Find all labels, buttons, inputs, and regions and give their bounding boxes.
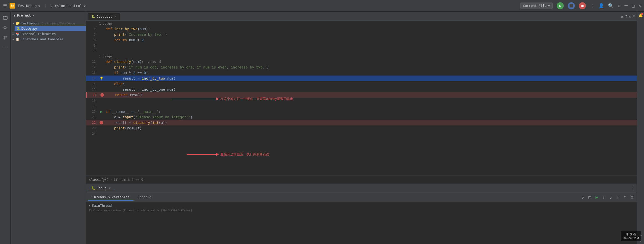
debug-subtab-console[interactable]: Console <box>134 194 155 201</box>
project-dropdown-arrow: ∨ <box>33 14 35 17</box>
titlebar-right: Current File ∨ ▶ ⬛ ■ ⋮ 👤 🔍 ⚙ ─ □ ✕ <box>520 2 641 9</box>
sidebar-icon-folder[interactable] <box>1 14 9 22</box>
code-line-7: 7 print('Increase by two.') <box>86 32 637 37</box>
scratch-icon: 📋 <box>16 38 19 41</box>
usage-hint-11: 1 usage <box>86 54 637 59</box>
ext-lib-icon: 📚 <box>16 32 19 36</box>
debug-panel-controls: ⋮ <box>631 186 635 191</box>
tree-scratches[interactable]: ▶ 📋 Scratches and Consoles <box>11 37 86 42</box>
scratch-label: Scratches and Consoles <box>20 37 64 41</box>
close-button[interactable]: ✕ <box>638 3 641 8</box>
thread-main[interactable]: ▶ MainThread <box>88 203 635 208</box>
tab-close-icon[interactable]: ✕ <box>114 14 117 19</box>
tree-file-debug[interactable]: 🐍 Debug.py <box>15 26 86 31</box>
debug-toolbar-step-over[interactable]: ↓ <box>601 194 607 200</box>
main-layout: ··· ▼ Project ∨ ▼ 📁 TestDebug D:/Project… <box>0 12 644 244</box>
notification-dot <box>641 13 643 15</box>
root-arrow: ▼ <box>13 22 14 25</box>
svg-line-2 <box>6 28 7 29</box>
arrow-line-2 <box>187 154 217 155</box>
debug-panel-tab-debug[interactable]: 🐛 Debug ✕ <box>88 185 114 191</box>
tree-external-libraries[interactable]: ▶ 📚 External Libraries <box>11 31 86 37</box>
debug-toolbar-step-into[interactable]: ↙ <box>608 194 614 200</box>
debug-toolbar-settings[interactable]: ⚙ <box>629 194 635 200</box>
right-panel: 🔔 ≡ ⋮ <box>637 12 644 244</box>
debug-icon: ⬛ <box>569 4 573 8</box>
breadcrumb-line[interactable]: if num % 2 == 0 <box>114 178 143 182</box>
code-line-20: 20 ▶ if __name__ == '__main__': <box>86 109 637 114</box>
tab-bar: 🐍 Debug.py ✕ ▲ 2 ∧ ∨ <box>86 12 637 21</box>
code-line-17: 17 return result <box>86 92 637 98</box>
svg-point-1 <box>4 26 6 29</box>
minimize-button[interactable]: ─ <box>624 3 628 9</box>
run-button[interactable]: ▶ <box>557 2 564 9</box>
code-line-15: 15 else: <box>86 81 637 87</box>
scratch-arrow: ▶ <box>13 38 14 41</box>
titlebar-project[interactable]: TestDebug ∨ <box>18 4 40 8</box>
app-icon: TD <box>10 3 15 9</box>
project-tree: ▼ 📁 TestDebug D:/Project/TestDebug 🐍 Deb… <box>11 19 86 244</box>
collapse-icon[interactable]: ∧ <box>629 14 631 18</box>
hamburger-icon[interactable]: ☰ <box>3 3 7 8</box>
code-editor[interactable]: 1 usage 6 def incr_by_two(num): 7 print(… <box>86 21 637 176</box>
search-icon[interactable]: 🔍 <box>608 3 614 8</box>
settings-icon[interactable]: ⚙ <box>618 3 620 8</box>
debug-toolbar-resume[interactable]: ▶ <box>594 194 600 200</box>
code-line-21: 21 a = input('Please input an integer:') <box>86 114 637 120</box>
debug-tab-icon: 🐛 <box>91 186 95 190</box>
editor-tab-debug[interactable]: 🐍 Debug.py ✕ <box>88 13 120 20</box>
file-label: Debug.py <box>21 27 37 30</box>
root-folder-icon: 📁 <box>16 21 20 25</box>
debug-toolbar-icons: ↺ □ ▶ ↓ ↙ <box>580 194 635 200</box>
breakpoint-dot-22[interactable] <box>100 121 103 124</box>
project-header[interactable]: ▼ Project ∨ <box>11 12 86 19</box>
maximize-button[interactable]: □ <box>632 3 635 8</box>
root-path: D:/Project/TestDebug <box>42 22 75 25</box>
stop-button[interactable]: ■ <box>579 2 586 9</box>
debug-toolbar-rerun[interactable]: ↺ <box>580 194 586 200</box>
version-control-menu[interactable]: Version control ∨ <box>50 4 86 8</box>
debug-tab-label: Debug <box>97 186 106 190</box>
debug-current-arrow: ▶ <box>100 110 102 114</box>
user-icon[interactable]: 👤 <box>598 3 604 8</box>
debug-panel-tabs: 🐛 Debug ✕ ⋮ <box>86 184 637 193</box>
debug-subtabs: Threads & Variables Console ↺ □ <box>86 193 637 202</box>
code-line-23: 23 print(result) <box>86 125 637 131</box>
right-panel-notifications[interactable]: 🔔 <box>638 13 643 18</box>
debug-toolbar-stop[interactable]: □ <box>587 194 593 200</box>
expand-icon[interactable]: ∨ <box>633 14 635 18</box>
debug-toolbar-row: Threads & Variables Console ↺ □ <box>86 193 637 202</box>
sidebar-icon-git[interactable] <box>1 34 9 42</box>
svg-point-5 <box>4 38 5 39</box>
panel-more-icon[interactable]: ⋮ <box>631 186 635 191</box>
breadcrumb-bar: classify() › if num % 2 == 0 <box>86 176 637 184</box>
sidebar-icon-search[interactable] <box>1 24 9 32</box>
current-file-button[interactable]: Current File ∨ <box>520 3 553 9</box>
debug-toolbar-step-out[interactable]: ↑ <box>615 194 621 200</box>
annotation-text-2: 直接从当前位置，执行到新断点处 <box>220 152 269 157</box>
project-title: Project <box>17 14 31 17</box>
sidebar-icon-more[interactable]: ··· <box>1 44 9 52</box>
debug-content[interactable]: ▶ MainThread Evaluate expression (Enter)… <box>86 202 637 244</box>
project-panel: ▼ Project ∨ ▼ 📁 TestDebug D:/Project/Tes… <box>11 12 86 244</box>
code-line-11: 11 def classify(num): num: 8 <box>86 59 637 64</box>
debug-button[interactable]: ⬛ <box>568 2 575 9</box>
breakpoint-dot-17[interactable] <box>100 93 104 97</box>
debug-tab-close[interactable]: ✕ <box>109 186 111 190</box>
code-line-9: 9 <box>86 43 637 48</box>
lightbulb-icon: 💡 <box>100 77 103 80</box>
debug-toolbar-mute[interactable]: ⊘ <box>622 194 628 200</box>
breadcrumb-func[interactable]: classify() <box>89 178 109 182</box>
code-line-13: 13 if num % 2 == 0: <box>86 70 637 76</box>
watermark: 开·发·者 DevZe.CoM <box>621 231 641 241</box>
more-options-icon[interactable]: ⋮ <box>590 3 594 8</box>
svg-point-3 <box>4 36 5 37</box>
ext-arrow: ▶ <box>13 32 14 35</box>
error-count-badge: ▲ 2 <box>621 14 627 18</box>
debug-subtab-threads[interactable]: Threads & Variables <box>88 194 134 201</box>
tree-root[interactable]: ▼ 📁 TestDebug D:/Project/TestDebug <box>11 20 86 26</box>
tab-label: Debug.py <box>97 15 112 18</box>
titlebar-left: ☰ TD TestDebug ∨ | Version control ∨ <box>3 3 86 9</box>
arrow-head-2 <box>216 153 219 156</box>
code-line-19: 19 <box>86 103 637 109</box>
